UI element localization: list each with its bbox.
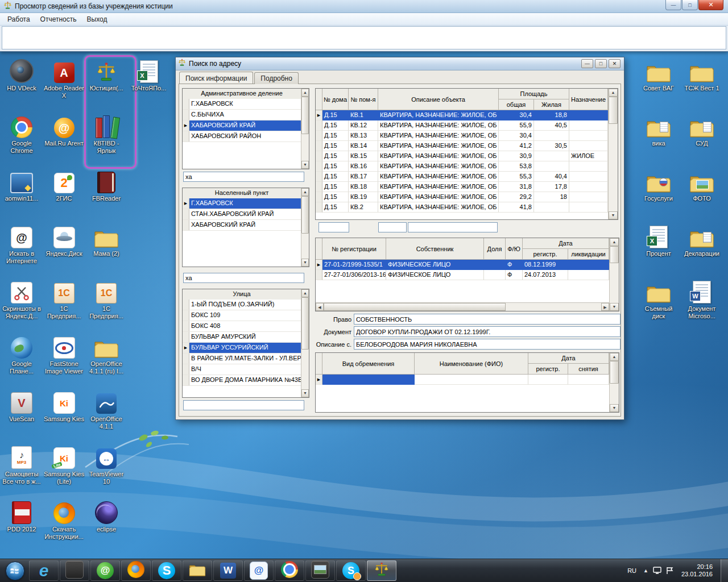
desktop-icon-Документ Microso...[interactable]: W Документ Microso...: [681, 277, 722, 320]
desktop-icon-вика[interactable]: вика: [638, 112, 679, 147]
desktop-icon-HD VDeck[interactable]: HD VDeck: [1, 57, 42, 92]
taskbar-word[interactable]: W: [213, 560, 243, 581]
search-window-titlebar[interactable]: Поиск по адресу —□✕: [176, 57, 624, 70]
desktop-icon-Совет ВАГ[interactable]: Совет ВАГ: [638, 57, 679, 92]
taskbar-windows-explorer[interactable]: [183, 560, 212, 581]
scroll-thumb[interactable]: [301, 196, 309, 234]
objects-col-purpose[interactable]: Назначение: [569, 89, 608, 110]
document-value-input[interactable]: [354, 326, 621, 337]
desktop-icon-Google Плане...[interactable]: Google Плане...: [1, 332, 42, 375]
tab-1[interactable]: Подробно: [254, 72, 299, 84]
desktop-icon-1С Предприя...[interactable]: 1С 1С Предприя...: [86, 277, 127, 320]
desktop-icon-TeamViewer 10[interactable]: ↔ TeamViewer 10: [86, 443, 127, 485]
desktop-icon-Скачать Инструкции...[interactable]: Скачать Инструкции...: [44, 498, 85, 541]
menu-item-1[interactable]: Отчетность: [35, 14, 82, 24]
desktop-icon-СУД[interactable]: СУД: [681, 112, 722, 147]
language-indicator[interactable]: RU: [625, 566, 639, 575]
desktop-icon-Самоцветы Все что в ж...[interactable]: ♪MP3 Самоцветы Все что в ж...: [1, 443, 42, 485]
list-item[interactable]: В РАЙОНЕ УЛ.МАТЕ-ЗАЛКИ - УЛ.ВЕР: [183, 354, 301, 364]
list-item[interactable]: Г.ХАБАРОВСК: [183, 99, 301, 110]
scroll-down-icon[interactable]: ▼: [301, 259, 309, 267]
search-window-close-button[interactable]: ✕: [609, 59, 621, 68]
list-item[interactable]: БОКС 408: [183, 321, 301, 332]
objects-row[interactable]: Д.15 КВ.17 КВАРТИРА, НАЗНАЧЕНИЕ: ЖИЛОЕ, …: [316, 172, 608, 182]
desktop-icon-Процент[interactable]: X Процент: [638, 222, 679, 257]
objects-col-area[interactable]: Площадь: [499, 89, 569, 99]
scroll-thumb[interactable]: [301, 97, 309, 134]
objects-col-unit[interactable]: № пом-я: [349, 89, 378, 110]
vertical-scrollbar[interactable]: ▲ ▼: [608, 89, 618, 219]
taskbar-mail-app[interactable]: @: [244, 560, 274, 581]
scroll-down-icon[interactable]: ▼: [610, 303, 619, 311]
objects-row[interactable]: Д.15 КВ.19 КВАРТИРА, НАЗНАЧЕНИЕ: ЖИЛОЕ, …: [316, 192, 608, 202]
search-window-minimize-button[interactable]: —: [581, 59, 593, 68]
list-item[interactable]: ХАБАРОВСКИЙ РАЙОН: [183, 131, 301, 142]
scroll-thumb[interactable]: [324, 303, 506, 311]
list-item[interactable]: ВО ДВОРЕ ДОМА ГАМАРНИКА №43Б: [183, 375, 301, 386]
menu-item-0[interactable]: Работа: [2, 14, 35, 24]
objects-filter-unit-input[interactable]: [378, 222, 407, 232]
owners-col-date-reg[interactable]: регистр.: [523, 249, 568, 260]
vertical-scrollbar[interactable]: ▲ ▼: [301, 89, 309, 169]
street-filter-input[interactable]: [183, 400, 304, 410]
search-window-maximize-button[interactable]: □: [595, 59, 607, 68]
scroll-track[interactable]: [301, 97, 309, 161]
taskbar-skype-notification[interactable]: S: [336, 560, 366, 581]
desktop-icon-Samsung Kies[interactable]: Ki Samsung Kies: [44, 388, 85, 423]
objects-col-area-living[interactable]: Жилая: [534, 99, 569, 110]
owners-row[interactable]: 27-27-01/306/2013-16 ФИЗИЧЕСКОЕ ЛИЦО Ф 2…: [316, 270, 609, 280]
objects-row[interactable]: ▶ Д.15 КВ.1 КВАРТИРА, НАЗНАЧЕНИЕ: ЖИЛОЕ,…: [316, 110, 608, 120]
desktop-icon-Adobe Reader X[interactable]: A Adobe Reader X: [44, 57, 85, 99]
description-value-input[interactable]: [354, 339, 621, 350]
desktop-icon-Искать в Интернете[interactable]: @ Искать в Интернете: [1, 222, 42, 265]
objects-filter-house-input[interactable]: [318, 222, 349, 232]
scroll-down-icon[interactable]: ▼: [610, 404, 619, 412]
scroll-thumb[interactable]: [301, 297, 309, 350]
right-value-input[interactable]: [354, 314, 621, 325]
hidden-icons-chevron[interactable]: ▲: [643, 568, 648, 573]
desktop-icon-OpenOffice 4.1.1 (ru) I...[interactable]: OpenOffice 4.1.1 (ru) I...: [86, 332, 127, 375]
objects-row[interactable]: Д.15 КВ.13 КВАРТИРА, НАЗНАЧЕНИЕ: ЖИЛОЕ, …: [316, 131, 608, 141]
taskbar-start[interactable]: [2, 560, 28, 581]
list-item[interactable]: ▶ Г.ХАБАРОВСК: [183, 198, 301, 209]
vertical-scrollbar[interactable]: ▲ ▼: [609, 238, 619, 311]
desktop-icon-FBReader[interactable]: FBReader: [86, 167, 127, 202]
scroll-track[interactable]: [301, 196, 309, 259]
desktop-icon-Госуслуги[interactable]: Госуслуги: [638, 167, 679, 202]
minimize-button[interactable]: —: [665, 0, 681, 10]
objects-col-desc[interactable]: Описание объекта: [378, 89, 499, 110]
scroll-track[interactable]: [610, 361, 619, 404]
maximize-button[interactable]: □: [682, 0, 698, 10]
taskbar-image-viewer[interactable]: [305, 560, 335, 581]
objects-row[interactable]: Д.15 КВ.18 КВАРТИРА, НАЗНАЧЕНИЕ: ЖИЛОЕ, …: [316, 182, 608, 192]
desktop-icon-КВТIBD - Ярлык[interactable]: КВТIBD - Ярлык: [86, 112, 127, 155]
vertical-scrollbar[interactable]: ▲ ▼: [301, 289, 309, 397]
owners-col-date-liq[interactable]: ликвидации: [568, 249, 609, 260]
scroll-up-icon[interactable]: ▲: [301, 89, 309, 97]
owners-col-share[interactable]: Доля: [484, 238, 506, 260]
encumbrance-col-date-reg[interactable]: регистр.: [528, 364, 568, 375]
taskbar-firefox[interactable]: [121, 560, 151, 581]
objects-col-area-total[interactable]: общая: [499, 99, 534, 110]
list-item[interactable]: В/Ч: [183, 364, 301, 375]
list-item[interactable]: БУЛЬВАР АМУРСКИЙ: [183, 332, 301, 343]
scroll-thumb[interactable]: [609, 97, 618, 124]
main-window-titlebar[interactable]: Просмотр сведений из базы учреждения юст…: [0, 0, 728, 13]
encumbrance-col-date-removed[interactable]: снятия: [568, 364, 609, 375]
desktop-icon-Mail.Ru Агент[interactable]: @ Mail.Ru Агент: [44, 112, 85, 147]
scroll-thumb[interactable]: [610, 246, 619, 263]
desktop-icon-aomwin11...[interactable]: aomwin11...: [1, 167, 42, 202]
objects-row[interactable]: Д.15 КВ.2 КВАРТИРА, НАЗНАЧЕНИЕ: ЖИЛОЕ, О…: [316, 202, 608, 213]
scroll-track[interactable]: [610, 246, 619, 303]
list-item[interactable]: БОКС 109: [183, 310, 301, 321]
scroll-up-icon[interactable]: ▲: [609, 89, 618, 97]
owners-col-date[interactable]: Дата: [523, 238, 609, 249]
taskbar-media-app[interactable]: [60, 560, 89, 581]
scroll-thumb[interactable]: [610, 361, 619, 384]
vertical-scrollbar[interactable]: ▲ ▼: [301, 188, 309, 267]
list-item[interactable]: ▶ ХАБАРОВСКИЙ КРАЙ: [183, 120, 301, 131]
list-item[interactable]: С.БЫЧИХА: [183, 110, 301, 120]
taskbar-justice-app[interactable]: [367, 560, 396, 581]
scroll-up-icon[interactable]: ▲: [610, 238, 619, 246]
owners-row[interactable]: ▶ 27-01-2/1999-1535/1 ФИЗИЧЕСКОЕ ЛИЦО Ф …: [316, 260, 609, 270]
